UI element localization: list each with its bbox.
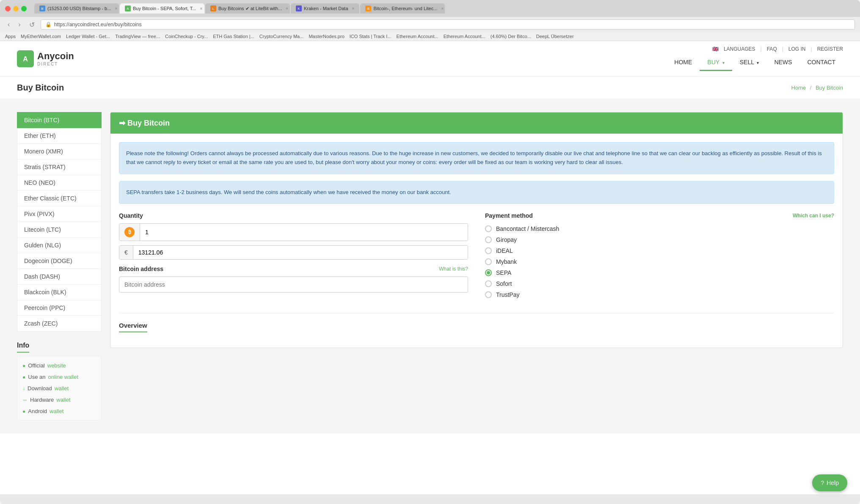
sidebar-info: Info ● Official website ● Use an online … (17, 342, 102, 421)
bookmark-deepl[interactable]: DeepL Übersetzer (536, 34, 574, 39)
info-link-android-wallet[interactable]: wallet (50, 408, 63, 414)
maximize-dot[interactable] (21, 6, 27, 11)
bookmark-coincheckup[interactable]: CoinCheckup - Cry... (165, 34, 208, 39)
radio-mybank[interactable] (485, 258, 492, 265)
browser-titlebar: B (15253.00 USD) Bitstamp - b... × A Buy… (0, 0, 860, 17)
info-item-hardware-wallet: ↔ Hardware wallet (22, 394, 96, 405)
faq-link[interactable]: FAQ (767, 46, 777, 52)
bitcoin-address-input[interactable] (119, 277, 468, 293)
radio-bancontact[interactable] (485, 225, 492, 232)
sidebar-item-gulden[interactable]: Gulden (NLG) (17, 238, 102, 253)
overview-title: Overview (119, 322, 147, 332)
bookmark-ethgas[interactable]: ETH Gas Station |... (213, 34, 254, 39)
bookmark-apps[interactable]: Apps (5, 34, 16, 39)
bookmark-tradingview[interactable]: TradingView — free... (115, 34, 160, 39)
nav-home[interactable]: HOME (667, 55, 700, 71)
sidebar-item-litecoin[interactable]: Litecoin (LTC) (17, 222, 102, 238)
close-dot[interactable] (5, 6, 11, 11)
minimize-dot[interactable] (13, 6, 19, 11)
tab-label-anycoin: Buy Bitcoin - SEPA, Sofort, T... (133, 6, 196, 11)
radio-sepa[interactable] (485, 269, 492, 276)
radio-trustpay[interactable] (485, 291, 492, 298)
page-title: Buy Bitcoin (17, 83, 64, 93)
back-button[interactable]: ‹ (5, 20, 12, 29)
bookmark-cryptocurrency[interactable]: CryptoCurrency Ma... (259, 34, 304, 39)
payment-option-giropay[interactable]: Giropay (485, 234, 834, 245)
info-link-hardware-wallet[interactable]: wallet (56, 397, 70, 403)
bookmark-ledger[interactable]: Ledger Wallet - Get... (66, 34, 110, 39)
what-is-this-link[interactable]: What is this? (439, 266, 468, 272)
nav-buy[interactable]: BUY ▾ (700, 55, 732, 71)
radio-ideal[interactable] (485, 247, 492, 254)
sidebar-item-peercoin[interactable]: Peercoin (PPC) (17, 300, 102, 316)
sidebar-item-blackcoin[interactable]: Blackcoin (BLK) (17, 285, 102, 300)
quantity-input[interactable] (140, 225, 468, 239)
radio-sofort[interactable] (485, 280, 492, 287)
bookmark-myetherwallet[interactable]: MyEtherWallet.com (21, 34, 61, 39)
address-bar[interactable]: 🔒 https://anycoindirect.eu/en/buy/bitcoi… (41, 19, 855, 30)
form-left: Quantity ₿ (119, 212, 468, 300)
tab-close-kraken[interactable]: × (352, 6, 355, 11)
tab-bitstamp[interactable]: B (15253.00 USD) Bitstamp - b... × (34, 3, 119, 14)
info-link-website[interactable]: website (47, 362, 66, 369)
top-divider3: | (811, 46, 812, 52)
which-can-i-use-link[interactable]: Which can I use? (793, 213, 834, 219)
nav-sell[interactable]: SELL ▾ (732, 55, 767, 71)
payment-option-mybank[interactable]: Mybank (485, 256, 834, 267)
login-link[interactable]: LOG IN (788, 46, 806, 52)
nav-contact[interactable]: CONTACT (799, 55, 843, 71)
sidebar-item-etherclassic[interactable]: Ether Classic (ETC) (17, 191, 102, 206)
sidebar-item-dash[interactable]: Dash (DASH) (17, 269, 102, 285)
tab-bitcoin[interactable]: B Bitcoin-, Ethereum- und Litec... × (360, 3, 445, 14)
sidebar-item-ether[interactable]: Ether (ETH) (17, 128, 102, 144)
payment-option-trustpay[interactable]: TrustPay (485, 289, 834, 300)
form-right: Payment method Which can I use? Banconta… (485, 212, 834, 300)
sidebar-item-stratis[interactable]: Stratis (STRAT) (17, 159, 102, 175)
languages-link[interactable]: LANGUAGES (724, 46, 755, 52)
sidebar-item-monero[interactable]: Monero (XMR) (17, 144, 102, 159)
bookmark-bitcoin-percent[interactable]: (4.60%) Der Bitco... (491, 34, 531, 39)
android-wallet-icon: ● (22, 408, 25, 414)
euro-input[interactable] (133, 246, 468, 259)
radio-giropay[interactable] (485, 236, 492, 243)
buy-card: ➡ Buy Bitcoin Please note the following!… (110, 112, 843, 348)
payment-option-bancontact[interactable]: Bancontact / Mistercash (485, 223, 834, 234)
logo-name: Anycoin (37, 51, 74, 61)
bookmark-masternodes[interactable]: MasterNodes.pro (309, 34, 344, 39)
info-link-online-wallet[interactable]: online wallet (48, 374, 78, 380)
payment-option-ideal[interactable]: iDEAL (485, 245, 834, 256)
sidebar-item-pivx[interactable]: Pivx (PIVX) (17, 206, 102, 222)
reload-button[interactable]: ↺ (27, 20, 37, 30)
info-link-download-wallet[interactable]: wallet (55, 385, 69, 392)
breadcrumb-home[interactable]: Home (791, 85, 806, 91)
payment-option-sofort[interactable]: Sofort (485, 278, 834, 289)
tab-kraken[interactable]: K Kraken - Market Data × (291, 3, 359, 14)
tab-anycoin[interactable]: A Buy Bitcoin - SEPA, Sofort, T... × (120, 3, 204, 14)
browser-tabs: B (15253.00 USD) Bitstamp - b... × A Buy… (34, 3, 855, 14)
btc-quantity-input-group: ₿ (119, 223, 468, 241)
sidebar-item-dogecoin[interactable]: Dogecoin (DOGE) (17, 253, 102, 269)
tab-close-bitstamp[interactable]: × (115, 6, 117, 11)
btc-coin-icon: ₿ (124, 227, 135, 237)
breadcrumb-bar: Buy Bitcoin Home / Buy Bitcoin (0, 77, 860, 99)
main-layout: Bitcoin (BTC) Ether (ETH) Monero (XMR) S… (0, 99, 860, 433)
alert-text-1: Please note the following! Orders cannot… (126, 150, 822, 165)
sidebar-item-neo[interactable]: NEO (NEO) (17, 175, 102, 191)
tab-close-litebit[interactable]: × (286, 6, 288, 11)
sidebar-item-bitcoin[interactable]: Bitcoin (BTC) (17, 112, 102, 128)
quantity-label: Quantity (119, 212, 468, 219)
bookmark-ico[interactable]: ICO Stats | Track I... (350, 34, 391, 39)
nav-news[interactable]: NEWS (766, 55, 799, 71)
tab-close-anycoin[interactable]: × (200, 6, 202, 11)
help-button[interactable]: ? Help (812, 474, 847, 491)
tab-close-bitcoin[interactable]: × (441, 6, 444, 11)
info-item-download-wallet: ↓ Download wallet (22, 383, 96, 394)
forward-button[interactable]: › (16, 20, 23, 29)
sidebar-item-zcash[interactable]: Zcash (ZEC) (17, 316, 102, 331)
buy-dropdown-arrow: ▾ (722, 60, 725, 65)
register-link[interactable]: REGISTER (817, 46, 843, 52)
tab-litebit[interactable]: L Buy Bitcoins ✔ at LiteBit with... × (205, 3, 290, 14)
bookmark-ethereum1[interactable]: Ethereum Account... (397, 34, 438, 39)
payment-option-sepa[interactable]: SEPA (485, 267, 834, 278)
bookmark-ethereum2[interactable]: Ethereum Account... (444, 34, 485, 39)
